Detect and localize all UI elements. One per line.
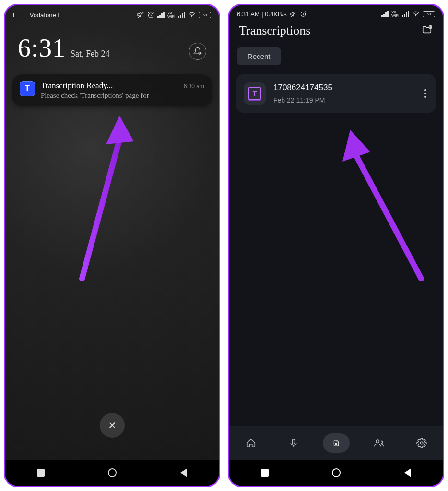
notification-settings-button[interactable]	[189, 43, 206, 60]
alarm-icon	[147, 12, 154, 19]
transcription-name: 1708624174535	[273, 83, 415, 93]
nav-back-button[interactable]	[404, 468, 411, 477]
svg-point-10	[415, 16, 416, 16]
svg-marker-15	[342, 130, 370, 162]
signal-icon-2	[178, 12, 185, 18]
tab-record[interactable]	[280, 433, 307, 453]
notification-app-icon: T	[20, 81, 35, 96]
carrier-name: Vodafone I	[30, 12, 59, 19]
notification-time: 6:30 am	[184, 83, 204, 90]
status-bar: E Vodafone I VoWiFi	[5, 5, 219, 21]
app-header: Transcriptions	[229, 20, 443, 43]
more-options-button[interactable]	[423, 87, 428, 100]
new-folder-button[interactable]	[421, 24, 433, 37]
filter-chip-recent[interactable]: Recent	[237, 47, 281, 65]
svg-point-18	[420, 442, 423, 444]
tab-home[interactable]	[237, 433, 264, 453]
tab-transcriptions[interactable]	[323, 433, 350, 453]
lock-time-row: 6:31 Sat, Feb 24	[5, 21, 219, 68]
svg-point-2	[191, 17, 192, 17]
svg-rect-16	[292, 439, 295, 444]
transcription-icon: T	[244, 82, 266, 105]
battery-icon: 59	[423, 11, 435, 17]
svg-line-4	[82, 140, 119, 279]
vowifi-label: VoWiFi	[391, 10, 399, 18]
android-nav-bar	[229, 460, 443, 486]
status-right: VoWiFi 59	[137, 11, 211, 19]
tab-settings[interactable]	[408, 433, 435, 453]
status-left: E Vodafone I	[13, 12, 59, 19]
signal-icon-1	[157, 12, 165, 18]
phone-left: E Vodafone I VoWiFi	[4, 4, 220, 487]
wifi-icon	[412, 11, 420, 17]
nav-back-button[interactable]	[180, 468, 187, 477]
notification-description: Please check 'Transcriptions' page for	[41, 92, 204, 100]
svg-marker-5	[106, 116, 134, 144]
signal-icon-2	[402, 11, 409, 17]
bottom-tab-bar	[229, 426, 443, 460]
transcription-date: Feb 22 11:19 PM	[273, 96, 415, 104]
alarm-icon	[300, 11, 307, 17]
signal-icon-1	[381, 11, 389, 17]
mute-icon	[290, 11, 297, 18]
status-left: 6:31 AM | 0.4KB/s	[237, 10, 307, 18]
status-right: VoWiFi 59	[381, 10, 435, 18]
battery-icon: 59	[199, 12, 211, 18]
notification-title: Transcription Ready...	[41, 81, 113, 91]
page-title: Transcriptions	[239, 23, 310, 38]
status-bar: 6:31 AM | 0.4KB/s VoWiFi 59	[229, 5, 443, 20]
nav-recents-button[interactable]	[261, 469, 269, 477]
transcriptions-app: 6:31 AM | 0.4KB/s VoWiFi 59 Transcriptio…	[229, 5, 443, 486]
wifi-icon	[188, 12, 196, 18]
nav-home-button[interactable]	[332, 468, 341, 477]
nav-recents-button[interactable]	[37, 469, 45, 477]
tab-contacts[interactable]	[365, 433, 392, 453]
phone-right: 6:31 AM | 0.4KB/s VoWiFi 59 Transcriptio…	[228, 4, 444, 487]
annotation-arrow-right	[325, 125, 431, 288]
lock-screen: E Vodafone I VoWiFi	[5, 5, 219, 486]
notification-card[interactable]: T Transcription Ready... 6:30 am Please …	[12, 74, 212, 106]
nav-home-button[interactable]	[108, 468, 117, 477]
transcription-item[interactable]: T 1708624174535 Feb 22 11:19 PM	[236, 74, 436, 113]
status-time-data: 6:31 AM | 0.4KB/s	[237, 11, 287, 18]
mute-icon	[137, 11, 144, 19]
annotation-arrow-left	[63, 111, 140, 288]
svg-line-14	[354, 152, 421, 279]
android-nav-bar	[5, 460, 219, 486]
dismiss-notifications-button[interactable]	[100, 413, 125, 438]
lock-clock: 6:31	[18, 33, 66, 63]
carrier-prefix: E	[13, 12, 17, 19]
lock-date: Sat, Feb 24	[71, 49, 110, 59]
vowifi-label: VoWiFi	[167, 11, 175, 19]
svg-point-17	[376, 440, 379, 443]
